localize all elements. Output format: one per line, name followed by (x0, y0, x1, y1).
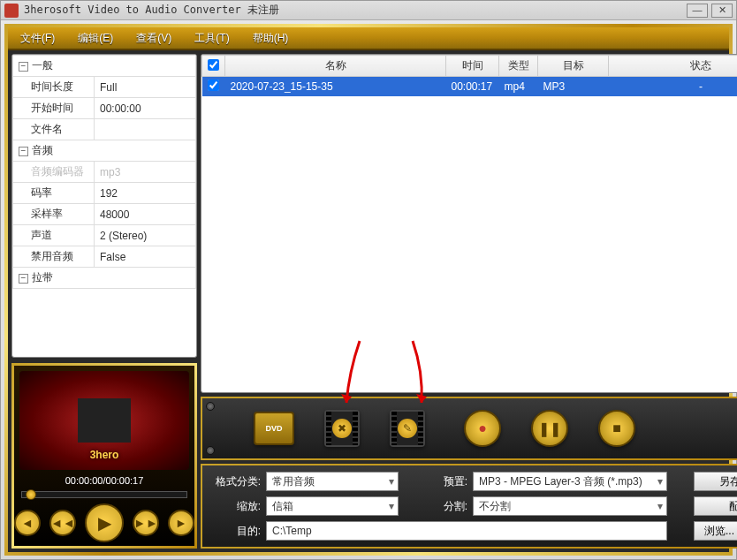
file-row[interactable]: 2020-07-23_15-15-35 00:00:17 mp4 MP3 - (202, 77, 738, 97)
row-status: - (609, 77, 738, 97)
toolbar: DVD ✖ ✎ ● ❚❚ ■ (201, 397, 737, 460)
pause-icon: ❚❚ (538, 420, 561, 437)
edit-file-button[interactable]: ✎ (390, 410, 425, 447)
row-name: 2020-07-23_15-15-35 (225, 77, 446, 97)
format-dropdown[interactable]: 常用音频 (266, 472, 399, 491)
pause-button[interactable]: ❚❚ (531, 410, 568, 447)
record-button[interactable]: ● (464, 410, 501, 447)
prop-group[interactable]: −音频 (13, 140, 196, 162)
dvd-button[interactable]: DVD (254, 412, 294, 445)
col-status[interactable]: 状态 (609, 56, 738, 77)
progress-thumb[interactable] (26, 489, 36, 500)
menu-tools[interactable]: 工具(T) (187, 27, 245, 49)
format-label: 格式分类: (209, 474, 261, 489)
prop-group[interactable]: −一般 (13, 56, 196, 77)
preset-label: 预置: (425, 474, 467, 489)
preview-progress[interactable] (21, 491, 187, 498)
prop-key: 时间长度 (13, 77, 95, 98)
config-button[interactable]: 配置 (694, 496, 737, 516)
row-type: mp4 (499, 77, 538, 97)
app-icon (4, 4, 19, 18)
prop-group[interactable]: −拉带 (13, 268, 196, 289)
prop-val[interactable]: 48000 (95, 204, 196, 225)
prop-key: 声道 (13, 225, 95, 246)
col-type[interactable]: 类型 (499, 56, 538, 77)
rewind-button[interactable]: ◄◄ (49, 510, 76, 536)
minimize-button[interactable]: — (687, 4, 708, 18)
record-icon: ● (478, 420, 487, 436)
remove-file-button[interactable]: ✖ (324, 410, 360, 447)
row-target: MP3 (538, 77, 609, 97)
target-label: 目的: (209, 524, 261, 539)
properties-panel[interactable]: −一般时间长度Full开始时间00:00:00文件名−音频音频编码器mp3码率1… (11, 54, 197, 358)
col-name[interactable]: 名称 (225, 56, 446, 77)
stop-button[interactable]: ■ (598, 410, 635, 447)
prop-key: 禁用音频 (13, 246, 95, 268)
preset-dropdown[interactable]: MP3 - MPEG Layer-3 音频 (*.mp3) (473, 472, 667, 491)
preview-brand: 3hero (19, 449, 189, 461)
prop-key: 音频编码器 (13, 162, 95, 183)
prop-key: 采样率 (13, 204, 95, 225)
prop-val[interactable]: Full (95, 77, 196, 98)
forward-button[interactable]: ►► (133, 510, 159, 536)
split-dropdown[interactable]: 不分割 (473, 496, 667, 516)
prop-val[interactable]: 192 (95, 183, 196, 204)
zoom-dropdown[interactable]: 信箱 (266, 496, 399, 516)
menu-edit[interactable]: 编辑(E) (71, 27, 129, 49)
stop-icon: ■ (612, 420, 621, 436)
zoom-label: 缩放: (209, 499, 261, 514)
window-title: 3herosoft Video to Audio Converter 未注册 (24, 3, 683, 18)
prop-val[interactable]: 00:00:00 (95, 98, 196, 119)
prop-key: 开始时间 (13, 98, 95, 119)
row-check[interactable] (208, 79, 219, 91)
menu-help[interactable]: 帮助(H) (246, 27, 305, 49)
menubar: 文件(F) 编辑(E) 查看(V) 工具(T) 帮助(H) (8, 27, 729, 50)
next-button[interactable]: ► (168, 510, 194, 536)
check-all[interactable] (208, 59, 219, 71)
prop-key: 码率 (13, 183, 95, 204)
bottom-panel: 格式分类: 常用音频 预置: MP3 - MPEG Layer-3 音频 (*.… (201, 464, 737, 549)
target-path[interactable]: C:\Temp (266, 521, 667, 541)
edit-icon: ✎ (398, 419, 417, 438)
col-check[interactable] (202, 56, 225, 77)
prop-val[interactable]: mp3 (95, 162, 196, 183)
titlebar: 3herosoft Video to Audio Converter 未注册 —… (1, 1, 736, 20)
file-list[interactable]: 名称 时间 类型 目标 状态 2020-07-23_15-15-35 00:00… (201, 54, 737, 393)
close-button[interactable]: ✕ (711, 4, 733, 18)
col-time[interactable]: 时间 (446, 56, 499, 77)
menu-view[interactable]: 查看(V) (129, 27, 187, 49)
remove-icon: ✖ (332, 419, 352, 438)
saveas-button[interactable]: 另存为... (694, 472, 737, 491)
prop-key: 文件名 (13, 119, 95, 140)
menu-file[interactable]: 文件(F) (13, 27, 71, 49)
browse-button[interactable]: 浏览... (694, 521, 737, 541)
prev-button[interactable]: ◄ (14, 510, 41, 536)
play-button[interactable]: ▶ (85, 503, 124, 542)
split-label: 分割: (425, 499, 467, 514)
clapper-icon (78, 398, 131, 443)
preview-panel: 3hero 00:00:00/00:00:17 ◄ ◄◄ ▶ ►► ► (11, 363, 197, 549)
row-time: 00:00:17 (446, 77, 499, 97)
preview-screen: 3hero (19, 371, 189, 470)
col-target[interactable]: 目标 (538, 56, 609, 77)
prop-val[interactable] (95, 119, 196, 140)
prop-val[interactable]: False (95, 246, 196, 268)
preview-time: 00:00:00/00:00:17 (14, 475, 194, 489)
prop-val[interactable]: 2 (Stereo) (95, 225, 196, 246)
